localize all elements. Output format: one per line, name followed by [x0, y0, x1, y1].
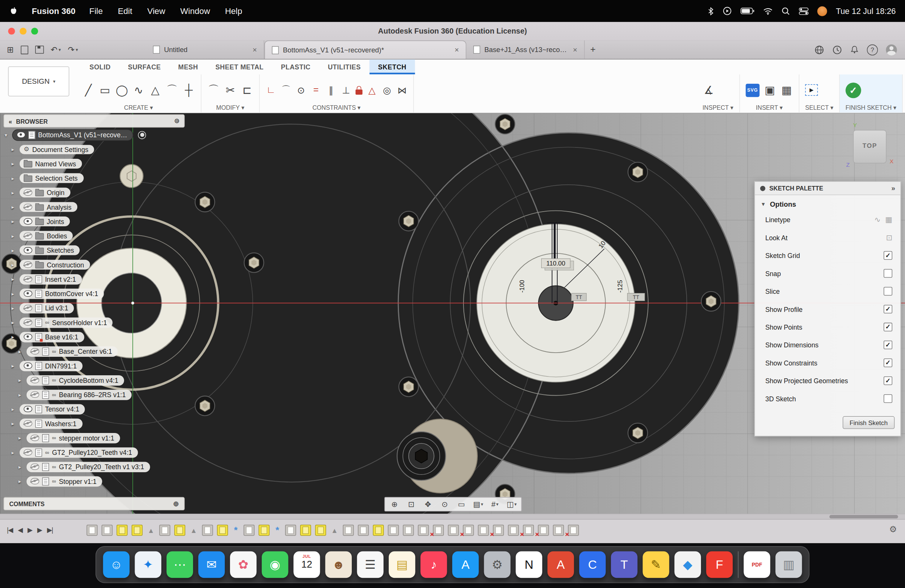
dock-app-app-store[interactable]: A — [452, 551, 478, 578]
visibility-eye-icon[interactable] — [24, 420, 32, 427]
timeline-plane-item[interactable]: ▲ — [330, 526, 339, 534]
browser-item-named-views[interactable]: Named Views — [20, 159, 82, 168]
timeline-plane-item[interactable]: ▲ — [189, 526, 198, 534]
timeline-scrollbar-track[interactable] — [0, 515, 905, 520]
visibility-eye-icon[interactable] — [24, 203, 32, 210]
disclosure-triangle-icon[interactable]: ▸ — [12, 233, 18, 239]
disclosure-triangle-icon[interactable]: ▸ — [12, 204, 18, 210]
disclosure-triangle-icon[interactable]: ▸ — [12, 248, 18, 253]
visibility-eye-icon[interactable] — [24, 218, 32, 225]
browser-item-gt2-pulley120-teeth-v4-1[interactable]: ∞GT2_Pulley120_Teeth v4:1 — [20, 447, 138, 458]
redo-icon[interactable]: ↷▾ — [68, 45, 78, 54]
ribbon-group-label[interactable]: FINISH SKETCH ▾ — [845, 104, 896, 111]
apple-logo-icon[interactable] — [9, 6, 18, 16]
disclosure-triangle-icon[interactable]: ▸ — [12, 406, 18, 412]
undo-icon[interactable]: ↶▾ — [51, 45, 61, 54]
menu-item-edit[interactable]: Edit — [117, 6, 132, 16]
workspace-selector[interactable]: DESIGN▾ — [8, 67, 69, 97]
timeline-error-item[interactable]: × — [538, 524, 549, 536]
browser-row[interactable]: ▸∞Base_Center v6:1 — [3, 344, 185, 358]
disclosure-triangle-icon[interactable]: ▸ — [12, 421, 18, 426]
grid-settings-icon[interactable]: #▾ — [486, 500, 503, 509]
browser-item-joints[interactable]: Joints — [20, 216, 70, 226]
visibility-eye-icon[interactable] — [24, 261, 32, 268]
spotlight-search-icon[interactable] — [782, 7, 791, 16]
visibility-eye-icon[interactable] — [24, 449, 32, 456]
look-at-icon[interactable]: ⊡ — [886, 233, 892, 242]
tab-close-icon[interactable]: × — [455, 46, 459, 54]
timeline-point-item[interactable]: * — [274, 525, 281, 536]
finish-sketch-button[interactable]: Finish Sketch — [843, 416, 895, 429]
browser-row[interactable]: ▸Sketches — [3, 243, 185, 257]
new-document-icon[interactable] — [21, 45, 28, 54]
dock-app-teams[interactable]: T — [611, 551, 637, 578]
browser-row[interactable]: ▸BottomCover v4:1 — [3, 286, 185, 300]
disclosure-triangle-icon[interactable]: ▾ — [5, 132, 11, 138]
menubar-clock[interactable]: Tue 12 Jul 18:26 — [836, 6, 896, 16]
dock-app-fusion-360[interactable]: F — [706, 551, 733, 578]
disclosure-triangle-icon[interactable]: ▸ — [19, 377, 25, 383]
play-button[interactable]: ▶ — [27, 526, 32, 534]
disclosure-triangle-icon[interactable]: ▸ — [12, 218, 18, 224]
disclosure-triangle-icon[interactable]: ▸ — [19, 478, 25, 484]
dimension-left[interactable]: -100 — [519, 280, 526, 293]
palette-dock-icon[interactable]: » — [891, 184, 895, 192]
checkbox-show-profile[interactable]: ✓ — [883, 305, 892, 313]
timeline-feature-item[interactable] — [102, 524, 113, 536]
visibility-eye-icon[interactable] — [24, 334, 32, 340]
timeline-feature-item[interactable] — [403, 524, 414, 536]
browser-item-bottomass-v1-v51-recove[interactable]: BottomAss_V1 (v51~recove… — [13, 130, 133, 140]
browser-row[interactable]: ▸Joints — [3, 214, 185, 229]
comments-bar[interactable]: COMMENTS ⊕ — [3, 497, 185, 510]
checkbox-show-projected-geometries[interactable]: ✓ — [883, 377, 892, 385]
visibility-eye-icon[interactable] — [24, 233, 32, 239]
go-to-end-button[interactable]: ▶| — [47, 526, 53, 534]
menu-item-help[interactable]: Help — [225, 6, 243, 16]
rectangle-icon[interactable]: ▭ — [99, 83, 112, 98]
go-to-start-button[interactable]: |◀ — [7, 526, 13, 534]
visibility-eye-icon[interactable] — [24, 362, 32, 369]
polygon-icon[interactable]: △ — [149, 83, 162, 98]
browser-row[interactable]: ▸∞Bearing 686–2RS v1:1 — [3, 387, 185, 402]
options-section[interactable]: ▼ Options — [755, 195, 900, 210]
dock-app-facetime[interactable]: ◉ — [262, 551, 288, 578]
ribbon-tab-mesh[interactable]: MESH — [170, 60, 207, 75]
dock-app-reminders[interactable]: ☰ — [357, 551, 384, 578]
timeline-feature-item[interactable] — [343, 524, 354, 536]
browser-item-bearing-686-2rs-v1-1[interactable]: ∞Bearing 686–2RS v1:1 — [26, 389, 131, 400]
browser-item-base-center-v6-1[interactable]: ∞Base_Center v6:1 — [26, 346, 117, 357]
ribbon-tab-utilities[interactable]: UTILITIES — [319, 60, 369, 75]
visibility-eye-icon[interactable] — [30, 435, 39, 441]
collapse-panel-icon[interactable]: « — [9, 117, 12, 124]
insert-svg-icon[interactable]: SVG — [746, 83, 759, 97]
browser-item-gt2-pulley20-teeth-v1-v3-1[interactable]: ∞GT2_Pulley20_Teeth v1 v3:1 — [26, 462, 150, 472]
display-settings-icon[interactable]: ▤▾ — [470, 500, 486, 509]
visibility-eye-icon[interactable] — [17, 132, 25, 138]
browser-row[interactable]: ▸Washers:1 — [3, 416, 185, 431]
timeline-feature-item[interactable] — [508, 524, 519, 536]
zoom-icon[interactable]: ⊙ — [436, 500, 453, 509]
browser-item-washers-1[interactable]: Washers:1 — [20, 418, 82, 429]
timeline-error-item[interactable]: × — [463, 524, 474, 536]
timeline-point-item[interactable]: * — [232, 525, 240, 536]
disclosure-triangle-icon[interactable]: ▸ — [19, 464, 25, 470]
notifications-bell-icon[interactable] — [850, 45, 859, 54]
checkbox-show-constraints[interactable]: ✓ — [883, 359, 892, 367]
timeline-feature-item[interactable] — [388, 524, 399, 536]
browser-item-din7991-1[interactable]: DIN7991:1 — [20, 361, 83, 371]
browser-row[interactable]: ▸∞GT2_Pulley120_Teeth v4:1 — [3, 445, 185, 459]
browser-row[interactable]: ▸∞SensorHolder v1:1 — [3, 315, 185, 330]
browser-row[interactable]: ▸∞CyclodeBottom v4:1 — [3, 373, 185, 387]
menu-item-window[interactable]: Window — [180, 6, 210, 16]
ribbon-group-label[interactable]: SELECT ▾ — [805, 104, 834, 111]
circle-icon[interactable]: ◯ — [115, 83, 128, 98]
canvas-icon[interactable]: ▦ — [780, 83, 793, 98]
browser-header[interactable]: « BROWSER ⊜ — [3, 114, 185, 127]
panel-menu-icon[interactable]: ⊜ — [174, 117, 179, 125]
step-back-button[interactable]: ◀ — [18, 526, 22, 534]
document-tab-base-j1-ass-v13-recovered[interactable]: Base+J1_Ass (v13~recovered)*× — [467, 40, 585, 59]
constraint-tag[interactable]: TT — [633, 294, 639, 300]
visibility-eye-icon[interactable] — [24, 406, 32, 412]
dock-app-pdf-expert[interactable]: PDF — [744, 551, 770, 578]
view-cube[interactable]: TOP Y X Z — [853, 130, 886, 163]
